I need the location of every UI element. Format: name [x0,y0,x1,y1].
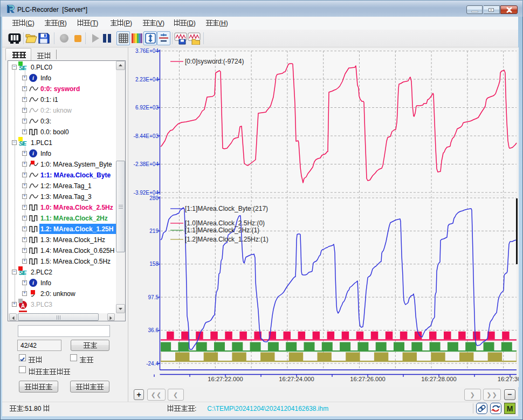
svg-text:-24.4: -24.4 [146,361,159,367]
svg-text:16:27:26.000: 16:27:26.000 [350,376,385,382]
svg-text:-2.38E+04: -2.38E+04 [134,161,159,167]
svg-text:219: 219 [149,228,159,234]
svg-text:16:27:24.000: 16:27:24.000 [279,376,314,382]
svg-text:16:27:28.000: 16:27:28.000 [421,376,456,382]
svg-text:97.5: 97.5 [148,294,159,300]
svg-text:36.6: 36.6 [148,327,159,333]
svg-text:3.76E+04: 3.76E+04 [135,48,159,54]
svg-text:-8.44E+03: -8.44E+03 [134,133,159,139]
svg-text:[1.2]MArea.Clock_1.25Hz:(1): [1.2]MArea.Clock_1.25Hz:(1) [185,236,269,243]
svg-text:6.92E+03: 6.92E+03 [135,105,159,111]
svg-text:[1:1]MArea.Clock_2Hz:(1): [1:1]MArea.Clock_2Hz:(1) [185,226,259,234]
svg-text:16:27:22.000: 16:27:22.000 [208,376,243,382]
svg-text:2.23E+04: 2.23E+04 [135,77,159,82]
svg-text:[1:1]MArea.Clock_Byte:(217): [1:1]MArea.Clock_Byte:(217) [185,205,268,212]
svg-text:158: 158 [149,261,159,267]
svg-text:16:27:30.: 16:27:30. [498,376,519,382]
svg-text:280: 280 [149,195,159,201]
svg-text:[1.0]MArea.Clock_2.5Hz:(0): [1.0]MArea.Clock_2.5Hz:(0) [185,219,265,227]
svg-text:[0:0]sysword:(-9724): [0:0]sysword:(-9724) [185,58,244,65]
